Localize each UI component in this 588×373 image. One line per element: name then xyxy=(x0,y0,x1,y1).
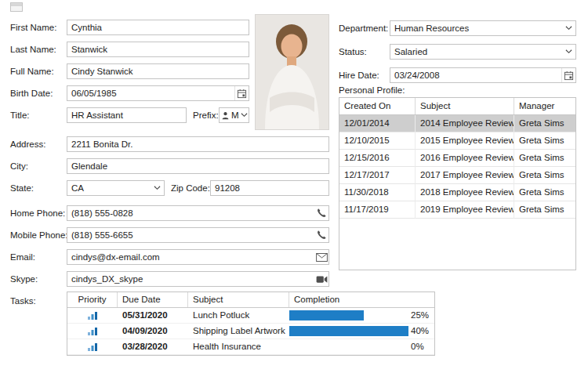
email-input[interactable]: cindys@dx-email.com xyxy=(67,249,329,265)
column-header-priority[interactable]: Priority xyxy=(67,292,118,307)
full-name-label: Full Name: xyxy=(10,63,54,79)
window-card-icon xyxy=(10,2,23,12)
prefix-select[interactable]: Ms xyxy=(219,107,249,123)
tasks-grid-header: Priority Due Date Subject Completion xyxy=(67,292,434,308)
task-row[interactable]: 04/09/2020 Shipping Label Artwork 40% xyxy=(67,324,434,339)
cell-manager: Greta Sims xyxy=(514,201,575,219)
envelope-icon[interactable] xyxy=(314,250,328,264)
prefix-value: Ms xyxy=(231,108,239,122)
state-select[interactable]: CA xyxy=(67,180,165,196)
first-name-label: First Name: xyxy=(10,20,56,35)
cell-manager: Greta Sims xyxy=(514,184,575,201)
completion-percent: 40% xyxy=(411,324,429,339)
cell-manager: Greta Sims xyxy=(514,115,575,132)
cell-manager: Greta Sims xyxy=(514,167,575,184)
cell-subject: 2019 Employee Review xyxy=(416,201,514,219)
cell-completion: 25% xyxy=(289,308,434,324)
calendar-icon[interactable] xyxy=(234,86,249,100)
hire-date-input[interactable]: 03/24/2008 xyxy=(390,67,576,83)
cell-created-on: 12/10/2015 xyxy=(339,132,416,150)
zip-code-input[interactable]: 91208 xyxy=(210,180,329,196)
personal-profile-grid: Created On Subject Manager 12/01/2014 20… xyxy=(339,97,576,270)
cell-created-on: 12/15/2016 xyxy=(339,150,416,167)
department-label: Department: xyxy=(339,20,388,36)
phone-icon[interactable] xyxy=(314,228,328,242)
column-header-completion[interactable]: Completion xyxy=(289,292,434,307)
address-input[interactable]: 2211 Bonita Dr. xyxy=(67,136,329,152)
cell-completion: 0% xyxy=(289,339,434,355)
city-label: City: xyxy=(10,158,28,174)
video-camera-icon[interactable] xyxy=(314,272,328,286)
cell-subject: Health Insurance xyxy=(188,339,289,355)
cell-subject: 2017 Employee Review xyxy=(416,167,514,184)
skype-input[interactable]: cindys_DX_skype xyxy=(67,271,329,287)
column-header-due-date[interactable]: Due Date xyxy=(118,292,188,307)
cell-subject: Shipping Label Artwork xyxy=(188,324,289,339)
chevron-down-icon[interactable] xyxy=(239,108,249,122)
column-header-created-on[interactable]: Created On xyxy=(339,98,416,114)
task-row[interactable]: 05/31/2020 Lunch Potluck 25% xyxy=(67,308,434,324)
cell-priority xyxy=(67,339,118,355)
skype-value: cindys_DX_skype xyxy=(71,272,314,286)
title-input[interactable]: HR Assistant xyxy=(67,107,187,123)
completion-percent: 25% xyxy=(411,308,429,323)
hire-date-label: Hire Date: xyxy=(339,67,379,83)
title-value: HR Assistant xyxy=(71,108,186,122)
status-select[interactable]: Salaried xyxy=(390,44,576,60)
column-header-manager[interactable]: Manager xyxy=(514,98,575,114)
tasks-grid: Priority Due Date Subject Completion 05/… xyxy=(67,292,435,356)
task-row[interactable]: 03/28/2020 Health Insurance 0% xyxy=(67,339,434,355)
first-name-input[interactable]: Cynthia xyxy=(67,20,249,35)
home-phone-label: Home Phone: xyxy=(10,205,65,221)
phone-icon[interactable] xyxy=(314,206,328,220)
zip-code-label: Zip Code: xyxy=(171,180,210,196)
profile-row[interactable]: 12/15/2016 2016 Employee Review Greta Si… xyxy=(339,150,575,167)
last-name-label: Last Name: xyxy=(10,42,56,57)
profile-grid-header: Created On Subject Manager xyxy=(339,98,575,115)
chevron-down-icon[interactable] xyxy=(561,45,575,59)
department-select[interactable]: Human Resources xyxy=(390,20,576,36)
city-value: Glendale xyxy=(71,159,328,173)
cell-priority xyxy=(67,324,118,339)
cell-created-on: 11/17/2019 xyxy=(339,201,416,219)
cell-due-date: 03/28/2020 xyxy=(118,339,188,355)
bar-chart-icon xyxy=(87,339,98,354)
column-header-subject[interactable]: Subject xyxy=(188,292,289,307)
email-value: cindys@dx-email.com xyxy=(71,250,314,264)
cell-subject: 2015 Employee Review xyxy=(416,132,514,150)
first-name-value: Cynthia xyxy=(71,20,249,34)
mobile-phone-input[interactable]: (818) 555-6655 xyxy=(67,227,329,243)
profile-row[interactable]: 11/30/2018 2018 Employee Review Greta Si… xyxy=(339,184,575,201)
mobile-phone-label: Mobile Phone: xyxy=(10,227,68,243)
chevron-down-icon[interactable] xyxy=(150,181,164,195)
state-value: CA xyxy=(71,181,150,195)
employee-photo xyxy=(255,14,329,130)
city-input[interactable]: Glendale xyxy=(67,158,329,174)
profile-row[interactable]: 12/17/2017 2017 Employee Review Greta Si… xyxy=(339,167,575,184)
birth-date-value: 06/05/1985 xyxy=(71,86,234,100)
tasks-label: Tasks: xyxy=(10,293,36,309)
email-label: Email: xyxy=(10,249,35,265)
cell-subject: Lunch Potluck xyxy=(188,308,289,324)
calendar-icon[interactable] xyxy=(561,68,575,82)
status-value: Salaried xyxy=(394,45,561,59)
bar-chart-icon xyxy=(87,308,98,323)
birth-date-label: Birth Date: xyxy=(10,85,53,101)
prefix-label: Prefix: xyxy=(193,107,219,123)
chevron-down-icon[interactable] xyxy=(561,21,575,35)
cell-manager: Greta Sims xyxy=(514,150,575,167)
profile-row[interactable]: 11/17/2019 2019 Employee Review Greta Si… xyxy=(339,201,575,219)
skype-label: Skype: xyxy=(10,271,38,287)
birth-date-input[interactable]: 06/05/1985 xyxy=(67,85,249,101)
home-phone-input[interactable]: (818) 555-0828 xyxy=(67,205,329,221)
profile-row[interactable]: 12/01/2014 2014 Employee Review Greta Si… xyxy=(339,115,575,132)
address-value: 2211 Bonita Dr. xyxy=(71,137,328,151)
full-name-input[interactable]: Cindy Stanwick xyxy=(67,63,249,79)
column-header-subject[interactable]: Subject xyxy=(416,98,514,114)
cell-manager: Greta Sims xyxy=(514,132,575,150)
cell-created-on: 11/30/2018 xyxy=(339,184,416,201)
last-name-input[interactable]: Stanwick xyxy=(67,42,249,57)
personal-profile-title: Personal Profile: xyxy=(339,82,405,98)
profile-row[interactable]: 12/10/2015 2015 Employee Review Greta Si… xyxy=(339,132,575,150)
cell-due-date: 05/31/2020 xyxy=(118,308,188,324)
